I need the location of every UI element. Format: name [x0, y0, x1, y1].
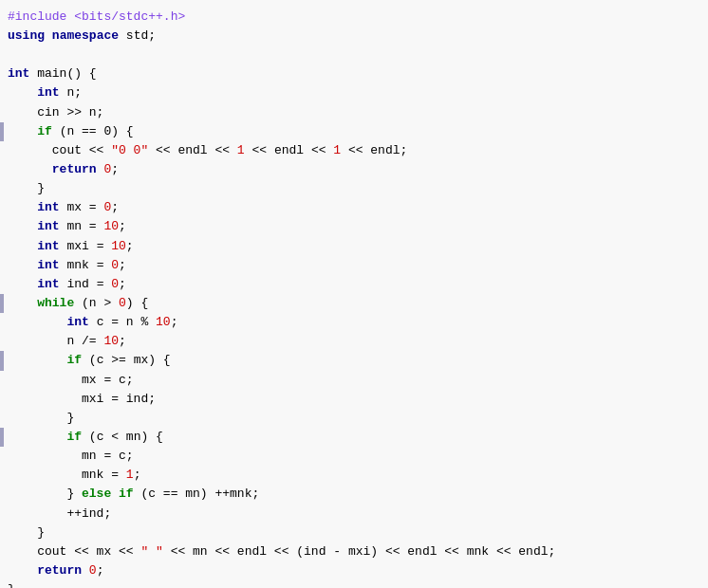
code-token: 10: [156, 315, 171, 329]
code-token: 1: [237, 143, 245, 157]
code-token: mx = c;: [8, 373, 134, 387]
code-token: [8, 296, 37, 310]
line-content: #include <bits/stdc++.h>: [8, 8, 700, 27]
code-token: cout <<: [8, 143, 111, 157]
line-bar-indicator: [0, 428, 4, 447]
code-line: } else if (c == mn) ++mnk;: [0, 485, 708, 504]
code-token: int: [37, 200, 59, 214]
code-token: ;: [119, 258, 126, 272]
line-content: if (n == 0) {: [8, 122, 700, 141]
code-token: [8, 563, 37, 578]
code-line: }: [0, 580, 708, 588]
code-token: }: [8, 582, 15, 588]
line-content: int mx = 0;: [8, 198, 700, 217]
code-token: [8, 239, 37, 253]
code-line: int mx = 0;: [0, 198, 708, 217]
line-content: }: [8, 580, 700, 588]
code-token: [8, 124, 37, 138]
code-line: int main() {: [0, 64, 708, 83]
code-token: 0: [119, 296, 126, 310]
code-line: mx = c;: [0, 371, 708, 390]
line-content: } else if (c == mn) ++mnk;: [8, 485, 700, 504]
line-content: while (n > 0) {: [8, 294, 700, 313]
line-content: cout << mx << " " << mn << endl << (ind …: [8, 542, 700, 561]
code-token: ;: [171, 315, 178, 329]
code-token: if: [37, 124, 52, 138]
code-token: int: [66, 315, 88, 329]
code-line: }: [0, 179, 708, 198]
code-token: std;: [119, 28, 156, 43]
code-line: #include <bits/stdc++.h>: [0, 8, 708, 27]
code-token: 1: [333, 143, 341, 157]
line-content: if (c < mn) {: [8, 428, 700, 447]
code-token: << endl <<: [245, 143, 334, 157]
line-bar-indicator: [0, 294, 4, 313]
code-token: << mn << endl << (ind - mxi) << endl << …: [163, 544, 555, 559]
code-token: (n == 0) {: [52, 124, 134, 138]
code-token: ;: [97, 563, 104, 578]
code-token: ;: [119, 219, 126, 233]
code-token: int: [37, 85, 59, 100]
code-token: using: [8, 28, 45, 43]
code-token: while: [37, 296, 74, 310]
code-token: (c == mn) ++mnk;: [134, 487, 260, 501]
code-line: int c = n % 10;: [0, 313, 708, 332]
code-line: mxi = ind;: [0, 390, 708, 409]
code-line: }: [0, 409, 708, 428]
code-token: [111, 487, 119, 501]
code-line: return 0;: [0, 561, 708, 580]
code-token: cout << mx <<: [8, 544, 140, 559]
code-token: [8, 258, 37, 272]
code-token: (c >= mx) {: [82, 353, 171, 367]
code-token: }: [8, 411, 74, 425]
line-content: mx = c;: [8, 371, 700, 390]
code-token: [82, 563, 89, 578]
line-content: int c = n % 10;: [8, 313, 700, 332]
code-token: [8, 277, 37, 291]
line-content: cout << "0 0" << endl << 1 << endl << 1 …: [8, 141, 700, 160]
code-line: int mxi = 10;: [0, 237, 708, 256]
code-token: 10: [103, 219, 119, 233]
code-token: "0 0": [111, 143, 148, 157]
code-token: int: [37, 219, 59, 233]
code-token: mn =: [60, 219, 104, 233]
code-token: ;: [119, 334, 126, 348]
code-token: mn = c;: [8, 449, 134, 463]
code-line: if (n == 0) {: [0, 122, 708, 141]
code-token: [8, 200, 37, 214]
code-token: [8, 315, 66, 329]
code-token: << endl;: [341, 143, 407, 157]
code-token: 10: [111, 239, 126, 253]
code-line: return 0;: [0, 160, 708, 179]
code-token: 0: [89, 563, 97, 578]
code-token: int: [37, 258, 59, 272]
code-token: ) {: [126, 296, 148, 310]
code-token: [8, 162, 52, 176]
code-token: [45, 28, 52, 43]
code-line: int ind = 0;: [0, 275, 708, 294]
code-token: if: [119, 487, 134, 501]
code-token: ;: [111, 162, 119, 176]
code-line: cin >> n;: [0, 103, 708, 122]
line-content: if (c >= mx) {: [8, 351, 700, 370]
code-token: ;: [111, 200, 119, 214]
code-token: int: [8, 66, 29, 81]
line-content: int mxi = 10;: [8, 237, 700, 256]
code-token: main() {: [29, 66, 96, 81]
code-line: int mnk = 0;: [0, 256, 708, 275]
code-line: if (c >= mx) {: [0, 351, 708, 370]
code-token: [8, 430, 66, 444]
code-token: }: [8, 525, 45, 540]
code-token: ind =: [60, 277, 112, 291]
code-editor: #include <bits/stdc++.h>using namespace …: [0, 0, 708, 588]
code-token: [8, 353, 66, 367]
code-token: namespace: [52, 28, 119, 43]
line-content: mnk = 1;: [8, 466, 700, 485]
line-content: int mn = 10;: [8, 217, 700, 236]
code-line: ++ind;: [0, 505, 708, 524]
code-token: 1: [126, 468, 134, 482]
line-content: }: [8, 524, 700, 542]
code-token: }: [8, 487, 82, 501]
code-token: n /=: [8, 334, 103, 348]
code-line: }: [0, 524, 708, 542]
